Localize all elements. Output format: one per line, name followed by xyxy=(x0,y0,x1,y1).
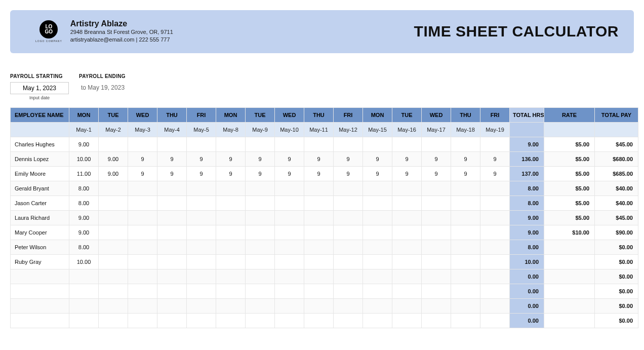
hours-cell[interactable] xyxy=(216,210,246,225)
hours-cell[interactable] xyxy=(246,210,275,225)
hours-cell[interactable] xyxy=(304,196,334,210)
hours-cell[interactable]: 9.00 xyxy=(99,151,128,166)
hours-cell[interactable] xyxy=(392,298,422,313)
hours-cell[interactable] xyxy=(451,225,480,240)
employee-name-cell[interactable]: Emily Moore xyxy=(11,166,69,181)
rate-cell[interactable]: $10.00 xyxy=(544,225,595,240)
hours-cell[interactable] xyxy=(157,240,187,254)
hours-cell[interactable] xyxy=(99,181,128,196)
hours-cell[interactable]: 8.00 xyxy=(69,240,99,254)
hours-cell[interactable] xyxy=(334,254,363,269)
hours-cell[interactable] xyxy=(304,240,334,254)
hours-cell[interactable] xyxy=(334,298,363,313)
employee-name-cell[interactable]: Peter Wilson xyxy=(11,240,69,254)
employee-name-cell[interactable]: Dennis Lopez xyxy=(11,151,69,166)
hours-cell[interactable] xyxy=(480,225,510,240)
employee-name-cell[interactable] xyxy=(11,269,69,284)
employee-name-cell[interactable]: Ruby Gray xyxy=(11,254,69,269)
hours-cell[interactable] xyxy=(334,284,363,298)
hours-cell[interactable] xyxy=(246,254,275,269)
hours-cell[interactable] xyxy=(157,298,187,313)
hours-cell[interactable] xyxy=(275,137,304,151)
hours-cell[interactable] xyxy=(128,254,157,269)
hours-cell[interactable] xyxy=(451,284,480,298)
employee-name-cell[interactable]: Laura Richard xyxy=(11,210,69,225)
hours-cell[interactable] xyxy=(187,298,216,313)
hours-cell[interactable] xyxy=(187,240,216,254)
hours-cell[interactable] xyxy=(157,196,187,210)
hours-cell[interactable] xyxy=(216,284,246,298)
hours-cell[interactable] xyxy=(187,254,216,269)
hours-cell[interactable] xyxy=(275,240,304,254)
hours-cell[interactable] xyxy=(392,269,422,284)
hours-cell[interactable]: 11.00 xyxy=(69,166,99,181)
hours-cell[interactable]: 9.00 xyxy=(99,166,128,181)
hours-cell[interactable] xyxy=(275,284,304,298)
employee-name-cell[interactable] xyxy=(11,298,69,313)
hours-cell[interactable] xyxy=(216,254,246,269)
hours-cell[interactable] xyxy=(275,196,304,210)
hours-cell[interactable] xyxy=(69,298,99,313)
hours-cell[interactable] xyxy=(451,210,480,225)
rate-cell[interactable] xyxy=(544,298,595,313)
rate-cell[interactable]: $5.00 xyxy=(544,137,595,151)
hours-cell[interactable] xyxy=(480,196,510,210)
hours-cell[interactable] xyxy=(422,137,451,151)
hours-cell[interactable] xyxy=(99,313,128,328)
hours-cell[interactable] xyxy=(451,313,480,328)
hours-cell[interactable] xyxy=(246,181,275,196)
hours-cell[interactable] xyxy=(422,240,451,254)
hours-cell[interactable] xyxy=(363,196,392,210)
rate-cell[interactable]: $5.00 xyxy=(544,210,595,225)
hours-cell[interactable] xyxy=(334,196,363,210)
hours-cell[interactable] xyxy=(128,137,157,151)
hours-cell[interactable] xyxy=(246,298,275,313)
hours-cell[interactable]: 9 xyxy=(246,166,275,181)
hours-cell[interactable] xyxy=(422,196,451,210)
hours-cell[interactable] xyxy=(392,210,422,225)
hours-cell[interactable] xyxy=(422,298,451,313)
hours-cell[interactable]: 9.00 xyxy=(69,210,99,225)
hours-cell[interactable]: 9 xyxy=(334,166,363,181)
hours-cell[interactable] xyxy=(157,210,187,225)
hours-cell[interactable]: 9 xyxy=(363,151,392,166)
hours-cell[interactable] xyxy=(392,181,422,196)
hours-cell[interactable]: 9 xyxy=(128,151,157,166)
hours-cell[interactable]: 8.00 xyxy=(69,196,99,210)
hours-cell[interactable] xyxy=(304,269,334,284)
hours-cell[interactable] xyxy=(246,137,275,151)
rate-cell[interactable] xyxy=(544,240,595,254)
hours-cell[interactable] xyxy=(216,137,246,151)
hours-cell[interactable] xyxy=(246,313,275,328)
hours-cell[interactable] xyxy=(128,225,157,240)
hours-cell[interactable] xyxy=(216,298,246,313)
hours-cell[interactable] xyxy=(99,240,128,254)
hours-cell[interactable] xyxy=(363,225,392,240)
hours-cell[interactable] xyxy=(363,254,392,269)
hours-cell[interactable] xyxy=(157,284,187,298)
hours-cell[interactable] xyxy=(392,225,422,240)
hours-cell[interactable] xyxy=(422,313,451,328)
hours-cell[interactable] xyxy=(187,225,216,240)
hours-cell[interactable]: 9.00 xyxy=(69,225,99,240)
employee-name-cell[interactable]: Mary Cooper xyxy=(11,225,69,240)
hours-cell[interactable] xyxy=(99,254,128,269)
rate-cell[interactable]: $5.00 xyxy=(544,181,595,196)
hours-cell[interactable] xyxy=(480,240,510,254)
hours-cell[interactable] xyxy=(216,181,246,196)
hours-cell[interactable] xyxy=(422,181,451,196)
employee-name-cell[interactable] xyxy=(11,284,69,298)
hours-cell[interactable] xyxy=(304,313,334,328)
hours-cell[interactable] xyxy=(334,210,363,225)
hours-cell[interactable] xyxy=(216,313,246,328)
hours-cell[interactable] xyxy=(187,196,216,210)
hours-cell[interactable] xyxy=(99,284,128,298)
hours-cell[interactable] xyxy=(216,196,246,210)
hours-cell[interactable] xyxy=(157,181,187,196)
hours-cell[interactable] xyxy=(451,196,480,210)
hours-cell[interactable] xyxy=(128,298,157,313)
hours-cell[interactable]: 9 xyxy=(187,151,216,166)
hours-cell[interactable] xyxy=(363,269,392,284)
hours-cell[interactable]: 9 xyxy=(392,151,422,166)
hours-cell[interactable] xyxy=(392,137,422,151)
